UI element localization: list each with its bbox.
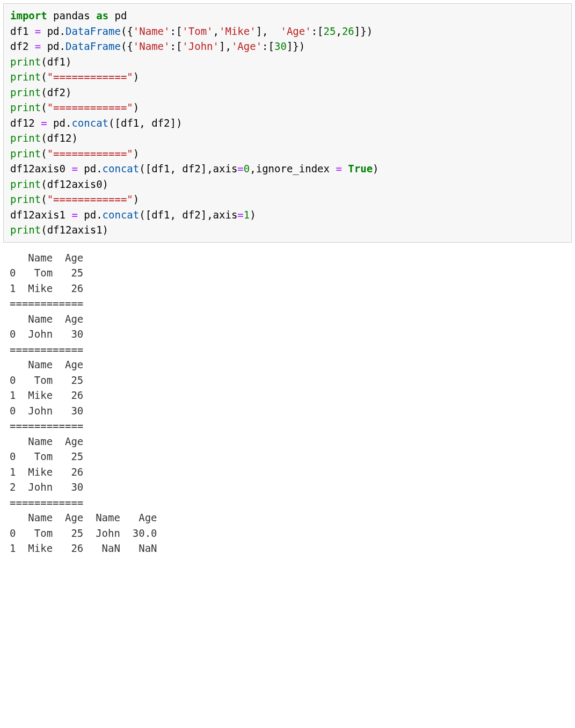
- fn-print: print: [10, 101, 41, 113]
- punct: ([: [139, 163, 151, 174]
- punct: ,: [213, 25, 219, 37]
- str-name: 'Name': [133, 40, 170, 52]
- fn-DataFrame: DataFrame: [65, 25, 121, 37]
- var-df12: df12: [10, 117, 41, 129]
- punct: ([: [139, 209, 151, 221]
- fn-print: print: [10, 224, 41, 236]
- kwarg-axis: axis: [213, 209, 238, 221]
- punct: ]: [287, 40, 293, 52]
- fn-print: print: [10, 86, 41, 98]
- punct: (: [41, 101, 47, 113]
- punct: (: [41, 193, 47, 205]
- punct: ): [71, 132, 77, 144]
- punct: ({: [121, 40, 133, 52]
- punct: ,: [336, 25, 341, 37]
- operator-eq: =: [237, 163, 243, 174]
- punct: ,: [139, 117, 151, 129]
- punct: ): [133, 71, 139, 83]
- str-sep: "============": [47, 193, 133, 205]
- arg-df12: df12: [47, 132, 72, 144]
- punct: ): [133, 193, 139, 205]
- punct: ],: [256, 25, 268, 37]
- keyword-import: import: [10, 10, 47, 21]
- punct: ): [65, 86, 71, 98]
- kwarg-axis: axis: [213, 163, 238, 174]
- punct: ,: [170, 163, 182, 174]
- arg-df12axis0: df12axis0: [47, 178, 103, 190]
- operator-eq: =: [71, 163, 77, 174]
- str-tom: 'Tom': [182, 25, 213, 37]
- punct: (: [41, 86, 47, 98]
- var-df1: df1: [10, 25, 35, 37]
- operator-eq: =: [336, 163, 341, 174]
- arg-df1: df1: [47, 56, 65, 68]
- punct: ): [103, 178, 108, 190]
- arg-df1: df1: [151, 163, 170, 174]
- punct: ): [250, 209, 256, 221]
- punct: (: [41, 148, 47, 159]
- var-df12axis0: df12axis0: [10, 163, 71, 174]
- str-sep: "============": [47, 148, 133, 159]
- var-df2: df2: [10, 40, 35, 52]
- pd-prefix: pd.: [41, 40, 65, 52]
- punct: ,: [170, 209, 182, 221]
- fn-print: print: [10, 178, 41, 190]
- punct: ]): [170, 117, 183, 129]
- punct: ): [65, 56, 71, 68]
- alias-pd: pd: [115, 10, 127, 21]
- arg-df2: df2: [151, 117, 170, 129]
- keyword-as: as: [96, 10, 108, 21]
- str-sep: "============": [47, 71, 133, 83]
- punct: ): [133, 101, 139, 113]
- str-age: 'Age': [231, 40, 262, 52]
- num-30: 30: [274, 40, 287, 52]
- pd-prefix: pd.: [78, 163, 103, 174]
- punct: (: [41, 71, 47, 83]
- arg-df2: df2: [182, 163, 200, 174]
- fn-print: print: [10, 148, 41, 159]
- punct: ): [373, 163, 379, 174]
- punct: :[: [170, 40, 182, 52]
- operator-eq: =: [41, 117, 47, 129]
- num-1: 1: [244, 209, 250, 221]
- punct: (: [41, 224, 47, 236]
- punct: (: [41, 56, 47, 68]
- punct: (: [41, 132, 47, 144]
- output-cell: Name Age 0 Tom 25 1 Mike 26 ============…: [3, 246, 572, 560]
- str-age: 'Age': [280, 25, 311, 37]
- fn-print: print: [10, 71, 41, 83]
- arg-df12axis1: df12axis1: [47, 224, 103, 236]
- fn-DataFrame: DataFrame: [65, 40, 121, 52]
- punct: }): [360, 25, 373, 37]
- punct: ({: [121, 25, 133, 37]
- operator-eq: =: [71, 209, 77, 221]
- str-sep: "============": [47, 101, 133, 113]
- pd-prefix: pd.: [41, 25, 65, 37]
- pd-prefix: pd.: [78, 209, 103, 221]
- punct: ,: [250, 163, 256, 174]
- fn-print: print: [10, 56, 41, 68]
- var-df12axis1: df12axis1: [10, 209, 71, 221]
- fn-print: print: [10, 132, 41, 144]
- fn-concat: concat: [71, 117, 108, 129]
- punct: ([: [108, 117, 121, 129]
- fn-concat: concat: [103, 209, 140, 221]
- str-mike: 'Mike': [219, 25, 256, 37]
- punct: ],: [201, 209, 213, 221]
- pd-prefix: pd.: [47, 117, 72, 129]
- operator-eq: =: [35, 40, 41, 52]
- punct: (: [41, 178, 47, 190]
- num-26: 26: [342, 25, 354, 37]
- punct: :[: [311, 25, 324, 37]
- keyword-true: True: [348, 163, 373, 174]
- module-pandas: pandas: [53, 10, 90, 21]
- num-25: 25: [324, 25, 336, 37]
- punct: ): [103, 224, 108, 236]
- arg-df2: df2: [182, 209, 200, 221]
- str-name: 'Name': [133, 25, 170, 37]
- kwarg-ignore-index: ignore_index: [256, 163, 336, 174]
- num-0: 0: [244, 163, 250, 174]
- punct: ]: [354, 25, 360, 37]
- operator-eq: =: [35, 25, 41, 37]
- code-cell: import pandas as pd df1 = pd.DataFrame({…: [3, 3, 572, 243]
